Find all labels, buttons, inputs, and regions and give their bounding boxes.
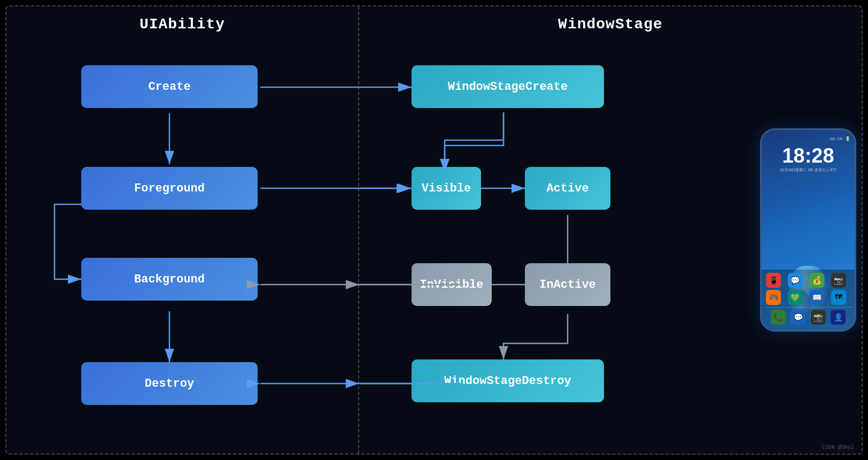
phone-time: 18:28 [782,144,834,167]
app-icon-7: 📖 [809,290,824,305]
app-icon-1: 📱 [766,273,781,288]
phone-screen: 18:29 🔋 18:28 12月19日星期二 2年 农历七 | -9°C 📱 … [762,130,855,330]
phone-dock: 📱 💬 💰 📷 🎮 💚 📖 🗺 📞 💬 📸 👤 [762,270,855,330]
app-grid: 📱 💬 💰 📷 🎮 💚 📖 🗺 [764,273,852,305]
inactive-node: InActive [525,263,610,306]
active-node: Active [525,167,610,210]
app-bottom-4: 👤 [831,310,846,325]
foreground-node: Foreground [81,167,258,210]
watermark: CSDN @Smul [822,444,854,450]
main-diagram: UIAbility Create [5,5,863,455]
uiability-panel: UIAbility Create [6,6,359,454]
app-icon-8: 🗺 [831,290,846,305]
app-icon-2: 💬 [788,273,803,288]
create-node: Create [81,65,258,108]
app-bottom-row: 📞 💬 📸 👤 [764,307,852,327]
app-bottom-1: 📞 [771,310,786,325]
app-icon-5: 🎮 [766,290,781,305]
app-icon-6: 💚 [788,290,803,305]
phone-mockup: 18:29 🔋 18:28 12月19日星期二 2年 农历七 | -9°C 📱 … [760,128,856,332]
phone-status-bar: 18:29 🔋 [762,135,855,142]
app-bottom-2: 💬 [790,310,805,325]
app-icon-3: 💰 [809,273,824,288]
phone-date: 12月19日星期二 2年 农历七 | -9°C [778,167,839,173]
background-node: Background [81,258,258,301]
destroy-node: Destroy [81,362,258,405]
invisible-node: InVisible [412,263,492,306]
windowstage-title: WindowStage [359,6,862,33]
app-bottom-3: 📸 [811,310,826,325]
windowstage-destroy-node: WindowStageDestroy [412,359,604,402]
windowstage-panel: WindowStage [359,6,862,454]
windowstage-create-node: WindowStageCreate [412,65,604,108]
uiability-title: UIAbility [6,6,358,33]
visible-node: Visible [412,167,481,210]
app-icon-4: 📷 [831,273,846,288]
